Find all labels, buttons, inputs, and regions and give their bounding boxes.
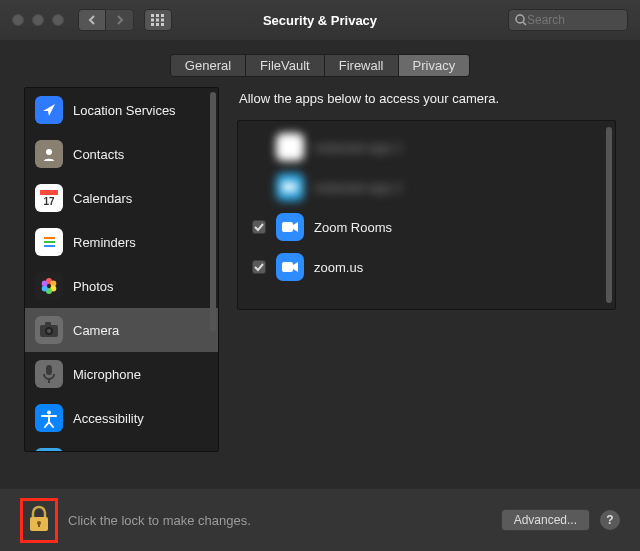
sidebar-scrollbar[interactable] xyxy=(210,92,216,447)
svg-rect-36 xyxy=(282,182,293,192)
window-controls xyxy=(12,14,64,26)
sidebar-item-contacts[interactable]: Contacts xyxy=(25,132,218,176)
show-all-button[interactable] xyxy=(144,9,172,31)
svg-rect-2 xyxy=(161,14,164,17)
sidebar-item-label: Camera xyxy=(73,323,119,338)
main-pane: Location ServicesContacts17CalendarsRemi… xyxy=(0,87,640,464)
app-label: zoom.us xyxy=(314,260,363,275)
help-button[interactable]: ? xyxy=(600,510,620,530)
svg-rect-7 xyxy=(156,23,159,26)
svg-rect-37 xyxy=(282,222,293,232)
app-permission-list: redacted-app-1redacted-app-2Zoom Roomszo… xyxy=(237,120,616,310)
svg-rect-8 xyxy=(161,23,164,26)
sidebar-item-label: Calendars xyxy=(73,191,132,206)
camera-icon xyxy=(35,316,63,344)
search-icon xyxy=(515,14,527,26)
app-row: redacted-app-1 xyxy=(238,127,615,167)
app-icon xyxy=(276,253,304,281)
lock-hint-text: Click the lock to make changes. xyxy=(68,513,251,528)
svg-rect-35 xyxy=(282,142,293,152)
sidebar-item-photos[interactable]: Photos xyxy=(25,264,218,308)
app-label: redacted-app-1 xyxy=(314,140,402,155)
svg-point-29 xyxy=(47,329,51,333)
app-label: redacted-app-2 xyxy=(314,180,402,195)
sidebar-item-full-disk-access[interactable]: Full Disk Access xyxy=(25,440,218,452)
microphone-icon xyxy=(35,360,63,388)
zoom-window-button[interactable] xyxy=(52,14,64,26)
forward-button[interactable] xyxy=(106,9,134,31)
sidebar-item-microphone[interactable]: Microphone xyxy=(25,352,218,396)
app-checkbox[interactable] xyxy=(252,260,266,274)
calendar-icon: 17 xyxy=(35,184,63,212)
svg-line-10 xyxy=(523,22,526,25)
advanced-button[interactable]: Advanced... xyxy=(501,509,590,531)
lock-button[interactable] xyxy=(27,505,51,536)
svg-rect-4 xyxy=(156,19,159,22)
app-checkbox[interactable] xyxy=(252,220,266,234)
titlebar: Security & Privacy xyxy=(0,0,640,40)
sidebar-item-label: Accessibility xyxy=(73,411,144,426)
nav-buttons xyxy=(78,9,134,31)
minimize-window-button[interactable] xyxy=(32,14,44,26)
svg-rect-1 xyxy=(156,14,159,17)
content-heading: Allow the apps below to access your came… xyxy=(237,87,616,120)
sidebar-item-label: Microphone xyxy=(73,367,141,382)
svg-point-11 xyxy=(46,149,52,155)
svg-rect-27 xyxy=(45,322,51,326)
sidebar-item-reminders[interactable]: Reminders xyxy=(25,220,218,264)
chevron-right-icon xyxy=(115,15,125,25)
app-icon xyxy=(276,173,304,201)
reminders-icon xyxy=(35,228,63,256)
window-title: Security & Privacy xyxy=(263,13,377,28)
grid-icon xyxy=(151,14,165,26)
tab-firewall[interactable]: Firewall xyxy=(325,55,399,76)
svg-rect-12 xyxy=(40,190,58,195)
tab-privacy[interactable]: Privacy xyxy=(399,55,470,76)
tab-general[interactable]: General xyxy=(171,55,246,76)
sidebar-item-label: Location Services xyxy=(73,103,176,118)
search-input[interactable] xyxy=(527,13,617,27)
applist-scrollbar[interactable] xyxy=(606,127,612,303)
svg-point-9 xyxy=(516,15,524,23)
folder-icon xyxy=(35,448,63,452)
sidebar-item-location-services[interactable]: Location Services xyxy=(25,88,218,132)
svg-rect-30 xyxy=(46,365,52,375)
accessibility-icon xyxy=(35,404,63,432)
location-arrow-icon xyxy=(35,96,63,124)
back-button[interactable] xyxy=(78,9,106,31)
lock-highlight xyxy=(20,498,58,543)
svg-rect-5 xyxy=(161,19,164,22)
tab-bar: GeneralFileVaultFirewallPrivacy xyxy=(0,40,640,87)
contacts-icon xyxy=(35,140,63,168)
search-field[interactable] xyxy=(508,9,628,31)
footer: Click the lock to make changes. Advanced… xyxy=(0,489,640,551)
sidebar-item-calendars[interactable]: 17Calendars xyxy=(25,176,218,220)
sidebar-item-camera[interactable]: Camera xyxy=(25,308,218,352)
svg-point-33 xyxy=(47,411,51,415)
tab-filevault[interactable]: FileVault xyxy=(246,55,325,76)
app-icon xyxy=(276,133,304,161)
sidebar-item-accessibility[interactable]: Accessibility xyxy=(25,396,218,440)
sidebar-item-label: Photos xyxy=(73,279,113,294)
sidebar-item-label: Reminders xyxy=(73,235,136,250)
privacy-category-list: Location ServicesContacts17CalendarsRemi… xyxy=(24,87,219,452)
lock-icon xyxy=(27,505,51,533)
chevron-left-icon xyxy=(87,15,97,25)
svg-rect-3 xyxy=(151,19,154,22)
app-row: zoom.us xyxy=(238,247,615,287)
app-row: Zoom Rooms xyxy=(238,207,615,247)
app-label: Zoom Rooms xyxy=(314,220,392,235)
photos-icon xyxy=(35,272,63,300)
close-window-button[interactable] xyxy=(12,14,24,26)
svg-rect-0 xyxy=(151,14,154,17)
svg-text:17: 17 xyxy=(43,196,55,207)
sidebar-item-label: Contacts xyxy=(73,147,124,162)
svg-rect-38 xyxy=(282,262,293,272)
svg-rect-42 xyxy=(38,523,40,527)
app-icon xyxy=(276,213,304,241)
svg-rect-6 xyxy=(151,23,154,26)
svg-point-25 xyxy=(42,281,48,287)
app-row: redacted-app-2 xyxy=(238,167,615,207)
